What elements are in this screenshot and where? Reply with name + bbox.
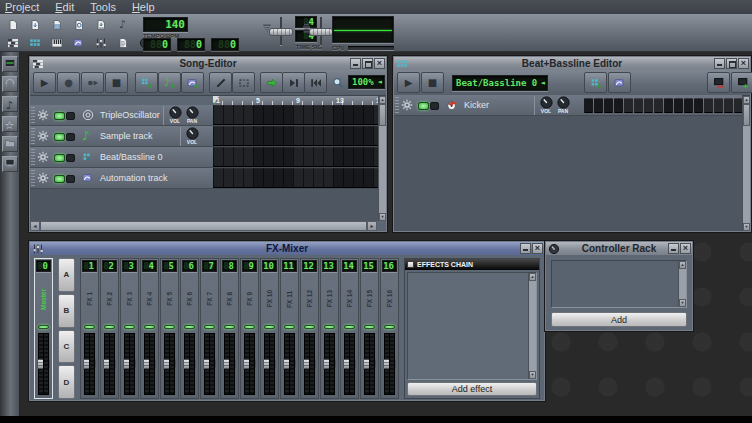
channel-label[interactable]: FX 10 [261,275,278,323]
sidebar-star-button[interactable]: ☆ [2,116,18,132]
vol-knob[interactable]: VOL [539,96,553,115]
scrollbar-thumb[interactable] [40,221,367,231]
fx-bank-c-button[interactable]: C [58,330,75,364]
channel-mute-led[interactable] [184,325,195,329]
scroll-down-icon[interactable]: ▼ [743,223,750,231]
fader-handle[interactable] [143,359,156,369]
pattern-spin-arrow[interactable]: ◄ [541,76,547,90]
vol-knob[interactable]: VOL [168,106,182,125]
fx-channel-fx-12[interactable]: 12 FX 12 [300,258,319,399]
time-msec-display[interactable]: 0 [211,38,239,51]
scroll-up-icon[interactable]: ▲ [529,273,536,281]
channel-mute-led[interactable] [284,325,295,329]
controller-rack-titlebar[interactable]: Controller Rack [546,242,692,255]
scroll-up-icon[interactable]: ▲ [743,96,750,104]
time-sec-display[interactable]: 0 [177,38,205,51]
fx-bank-b-button[interactable]: B [58,294,75,328]
menu-edit[interactable]: Edit [55,1,74,14]
channel-label[interactable]: Master [35,275,52,323]
fader-handle[interactable] [343,359,356,369]
track-grip-handle[interactable] [31,149,35,165]
time-min-display[interactable]: 0 [143,38,171,51]
fx-bank-a-button[interactable]: A [58,258,75,292]
sidebar-folder-button[interactable] [2,136,18,152]
channel-fader[interactable] [303,333,316,395]
stop-button[interactable]: ■ [421,72,444,93]
export-project-button[interactable] [90,16,111,33]
close-button[interactable] [680,243,691,254]
channel-fader[interactable] [263,333,276,395]
fx-channel-fx-16[interactable]: 16 FX 16 [380,258,399,399]
toggle-fx-mixer-button[interactable] [90,34,111,51]
zoom-level-display[interactable]: 100% ◄ [348,75,385,89]
channel-label[interactable]: FX 5 [161,275,178,323]
jump-start-button[interactable] [304,72,327,93]
channel-fader[interactable] [183,333,196,395]
mute-solo-leds[interactable] [54,133,76,141]
channel-label[interactable]: FX 9 [241,275,258,323]
song-track-segment-area[interactable] [213,168,378,188]
maximize-button[interactable] [726,58,737,69]
step-cell[interactable] [644,98,653,113]
sidebar-instrument-plugins-button[interactable] [2,56,18,72]
channel-mute-led[interactable] [204,325,215,329]
fx-mixer-titlebar[interactable]: FX-Mixer [30,242,544,255]
track-grip-handle[interactable] [31,170,35,186]
step-cell[interactable] [654,98,663,113]
mute-solo-leds[interactable] [54,175,76,183]
fx-channel-fx-7[interactable]: 7 FX 7 [200,258,219,399]
master-volume-handle[interactable] [269,28,293,36]
channel-fader[interactable] [343,333,356,395]
minimize-button[interactable] [668,243,679,254]
sidebar-computer-button[interactable] [2,156,18,172]
menu-project[interactable]: Project [5,1,39,14]
pan-knob[interactable]: PAN [556,96,570,115]
jump-end-button[interactable] [282,72,305,93]
channel-mute-led[interactable] [364,325,375,329]
fader-handle[interactable] [363,359,376,369]
channel-label[interactable]: FX 1 [81,275,98,323]
channel-mute-led[interactable] [104,325,115,329]
step-cell[interactable] [634,98,643,113]
add-sample-track-button[interactable]: ♪ [158,72,181,93]
menu-help[interactable]: Help [132,1,155,14]
minimize-button[interactable] [714,58,725,69]
toggle-piano-roll-button[interactable] [46,34,67,51]
record-button[interactable]: ● [57,72,80,93]
step-cell[interactable] [674,98,683,113]
channel-label[interactable]: FX 6 [181,275,198,323]
close-button[interactable] [374,58,385,69]
channel-fader[interactable] [143,333,156,395]
channel-fader[interactable] [203,333,216,395]
open-recent-project-button[interactable] [68,16,89,33]
bb-automation-button[interactable] [608,72,631,93]
channel-fader[interactable] [123,333,136,395]
step-cell[interactable] [614,98,623,113]
midi-import-button[interactable]: ♪ [112,16,133,33]
controller-list[interactable]: ▲ ▼ [551,260,687,308]
step-cell[interactable] [714,98,723,113]
channel-mute-led[interactable] [384,325,395,329]
channel-fader[interactable] [243,333,256,395]
channel-mute-led[interactable] [224,325,235,329]
tempo-display[interactable]: 140 [143,17,188,32]
master-pitch-handle[interactable] [309,28,333,36]
step-cell[interactable] [704,98,713,113]
step-cell[interactable] [624,98,633,113]
sidebar-samples-button[interactable] [2,76,18,92]
channel-mute-led[interactable] [324,325,335,329]
fx-channel-fx-8[interactable]: 8 FX 8 [220,258,239,399]
song-track-segment-area[interactable] [213,147,378,167]
stop-button[interactable]: ■ [105,72,128,93]
fx-channel-fx-6[interactable]: 6 FX 6 [180,258,199,399]
fx-channel-fx-3[interactable]: 3 FX 3 [120,258,139,399]
fader-handle[interactable] [323,359,336,369]
fader-handle[interactable] [283,359,296,369]
open-project-button[interactable] [24,16,45,33]
toggle-bb-editor-button[interactable] [24,34,45,51]
mute-solo-leds[interactable] [54,154,76,162]
song-track-segment-area[interactable] [213,105,378,125]
gear-icon[interactable] [37,172,49,184]
menu-tools[interactable]: Tools [90,1,116,14]
scroll-down-icon[interactable]: ▼ [379,213,386,221]
